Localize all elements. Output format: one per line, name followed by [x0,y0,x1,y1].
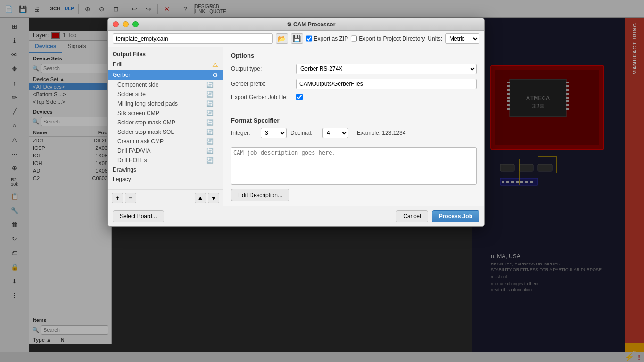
export-dir-checkbox[interactable] [351,33,357,44]
format-example: Example: 123.1234 [357,130,405,136]
output-files-list: Drill ⚠ Gerber ⚙ Component side 🔄 Solder… [108,59,223,189]
edit-description-label: Edit Description... [238,192,282,198]
file-category-drill[interactable]: Drill ⚠ [108,59,223,70]
cancel-button[interactable]: Cancel [396,210,428,222]
integer-label: Integer: [231,130,257,136]
gerber-prefix-input[interactable] [296,79,477,89]
description-textarea[interactable] [231,147,477,185]
process-job-label: Process Job [439,213,472,220]
export-zip-label: Export as ZIP [314,35,348,42]
units-label: Units: [428,35,442,42]
open-file-button[interactable]: 📂 [276,33,288,44]
cam-filename-input[interactable] [113,33,273,44]
cancel-label: Cancel [403,213,421,220]
refresh-icon[interactable]: 🔄 [206,82,214,88]
units-select[interactable]: Metric Imperial [445,33,479,44]
add-output-button[interactable]: + [112,193,123,203]
gerber-prefix-label: Gerber prefix: [231,81,292,87]
refresh-icon[interactable]: 🔄 [206,129,214,135]
export-job-row: Export Gerber Job file: [231,94,477,100]
refresh-icon[interactable]: 🔄 [206,110,214,116]
output-files-controls: + − ▲ ▼ [108,189,223,206]
item-label: Milling long slotted pads [117,100,178,107]
refresh-icon[interactable]: 🔄 [206,148,214,154]
file-category-legacy[interactable]: Legacy [108,174,223,184]
modal-body: Output Files Drill ⚠ Gerber ⚙ Component … [108,47,484,206]
window-minimize-button[interactable] [123,21,129,27]
output-move-buttons: ▲ ▼ [195,193,219,203]
drill-warning-icon: ⚠ [212,61,218,68]
item-label: Solder stop mask CMP [117,119,175,126]
refresh-icon[interactable]: 🔄 [206,157,214,164]
output-files-panel: Output Files Drill ⚠ Gerber ⚙ Component … [108,47,223,206]
drill-label: Drill [113,61,123,68]
list-item[interactable]: Component side 🔄 [108,80,223,90]
item-label: Solder stop mask SOL [117,129,174,135]
save-file-button[interactable]: 💾 [291,33,303,44]
list-item[interactable]: Milling long slotted pads 🔄 [108,99,223,108]
list-item[interactable]: Cream mask CMP 🔄 [108,137,223,146]
move-up-button[interactable]: ▲ [195,193,206,203]
output-type-row: Output type: Gerber RS-274X Gerber RS-27… [231,64,477,74]
refresh-icon[interactable]: 🔄 [206,138,214,145]
legacy-label: Legacy [113,176,131,182]
select-board-button[interactable]: Select Board... [113,210,164,222]
options-title: Options [231,52,477,59]
modal-title-icon: ⚙ [287,21,293,28]
export-dir-checkbox-container: Export to Project Directory [351,33,425,44]
refresh-icon[interactable]: 🔄 [206,91,214,98]
list-item[interactable]: Solder stop mask CMP 🔄 [108,118,223,127]
decimal-label: Decimal: [290,130,319,136]
edit-description-button[interactable]: Edit Description... [231,189,289,201]
format-row: Integer: 1 2 3 4 5 Decimal: 1 2 3 4 5 Ex… [231,128,477,138]
format-specifier-title: Format Specifier [231,112,477,124]
gerber-prefix-row: Gerber prefix: [231,79,477,89]
output-files-title: Output Files [108,47,223,59]
export-dir-label: Export to Project Directory [359,35,425,42]
export-zip-checkbox[interactable] [306,33,312,44]
select-board-label: Select Board... [120,213,157,220]
refresh-icon[interactable]: 🔄 [206,119,214,126]
output-type-select[interactable]: Gerber RS-274X Gerber RS-274D Excellon [296,64,477,74]
gerber-label: Gerber [113,72,130,78]
cam-processor-modal: ⚙ CAM Processor 📂 💾 Export as ZIP Export… [107,18,485,227]
edit-desc-row: Edit Description... [231,189,477,201]
file-category-drawings[interactable]: Drawings [108,165,223,174]
decimal-select[interactable]: 1 2 3 4 5 [322,128,348,138]
move-down-button[interactable]: ▼ [208,193,219,203]
drawings-label: Drawings [113,166,136,173]
export-job-label: Export Gerber Job file: [231,94,292,100]
list-item[interactable]: Drill HOLEs 🔄 [108,156,223,165]
item-label: Solder side [117,91,146,98]
options-panel: Options Output type: Gerber RS-274X Gerb… [223,47,484,206]
window-close-button[interactable] [113,21,119,27]
item-label: Cream mask CMP [117,138,164,145]
item-label: Drill HOLEs [117,157,147,164]
modal-title: ⚙ CAM Processor [142,21,479,28]
export-job-checkbox[interactable] [296,94,303,100]
list-item[interactable]: Solder stop mask SOL 🔄 [108,127,223,137]
item-label: Drill PAD/VIA [117,148,150,154]
window-maximize-button[interactable] [132,21,139,27]
modal-title-text: CAM Processor [293,21,335,28]
remove-output-button[interactable]: − [125,193,136,203]
description-box [231,144,477,186]
output-type-label: Output type: [231,66,292,72]
list-item[interactable]: Drill PAD/VIA 🔄 [108,146,223,156]
item-label: Component side [117,82,158,88]
gerber-settings-icon[interactable]: ⚙ [212,71,218,79]
modal-topbar: 📂 💾 Export as ZIP Export to Project Dire… [108,31,484,47]
refresh-icon[interactable]: 🔄 [206,100,214,107]
export-zip-checkbox-container: Export as ZIP [306,33,348,44]
modal-bottom-bar: Select Board... Cancel Process Job [108,206,484,226]
modal-titlebar: ⚙ CAM Processor [108,18,484,31]
item-label: Silk screen CMP [117,110,159,116]
integer-select[interactable]: 1 2 3 4 5 [261,128,287,138]
list-item[interactable]: Silk screen CMP 🔄 [108,108,223,118]
file-category-gerber[interactable]: Gerber ⚙ [108,70,223,80]
process-job-button[interactable]: Process Job [432,210,479,222]
list-item[interactable]: Solder side 🔄 [108,90,223,99]
